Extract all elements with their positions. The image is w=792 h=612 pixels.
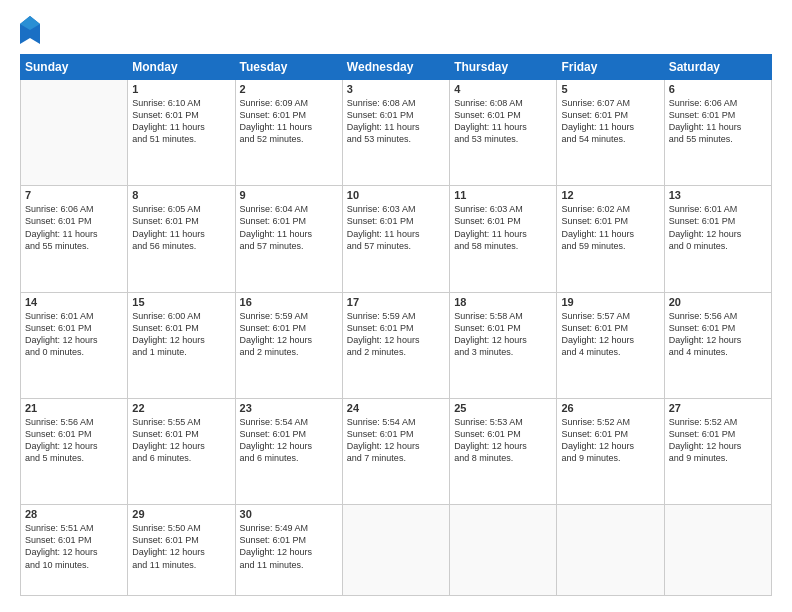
day-number: 8 (132, 189, 230, 201)
calendar-header-friday: Friday (557, 55, 664, 80)
day-number: 14 (25, 296, 123, 308)
day-info: Sunrise: 6:05 AM Sunset: 6:01 PM Dayligh… (132, 203, 230, 252)
day-number: 6 (669, 83, 767, 95)
calendar-cell: 10Sunrise: 6:03 AM Sunset: 6:01 PM Dayli… (342, 186, 449, 292)
calendar-cell: 28Sunrise: 5:51 AM Sunset: 6:01 PM Dayli… (21, 505, 128, 596)
day-number: 5 (561, 83, 659, 95)
day-info: Sunrise: 5:59 AM Sunset: 6:01 PM Dayligh… (347, 310, 445, 359)
calendar-cell: 20Sunrise: 5:56 AM Sunset: 6:01 PM Dayli… (664, 292, 771, 398)
day-number: 11 (454, 189, 552, 201)
calendar-header-row: SundayMondayTuesdayWednesdayThursdayFrid… (21, 55, 772, 80)
day-number: 2 (240, 83, 338, 95)
day-info: Sunrise: 6:08 AM Sunset: 6:01 PM Dayligh… (347, 97, 445, 146)
day-number: 17 (347, 296, 445, 308)
logo-icon (20, 16, 40, 44)
day-info: Sunrise: 6:03 AM Sunset: 6:01 PM Dayligh… (454, 203, 552, 252)
calendar-cell: 12Sunrise: 6:02 AM Sunset: 6:01 PM Dayli… (557, 186, 664, 292)
day-number: 18 (454, 296, 552, 308)
calendar-cell: 15Sunrise: 6:00 AM Sunset: 6:01 PM Dayli… (128, 292, 235, 398)
calendar-cell: 4Sunrise: 6:08 AM Sunset: 6:01 PM Daylig… (450, 80, 557, 186)
day-info: Sunrise: 5:49 AM Sunset: 6:01 PM Dayligh… (240, 522, 338, 571)
calendar-cell: 18Sunrise: 5:58 AM Sunset: 6:01 PM Dayli… (450, 292, 557, 398)
calendar-cell: 11Sunrise: 6:03 AM Sunset: 6:01 PM Dayli… (450, 186, 557, 292)
calendar-week-0: 1Sunrise: 6:10 AM Sunset: 6:01 PM Daylig… (21, 80, 772, 186)
calendar-week-3: 21Sunrise: 5:56 AM Sunset: 6:01 PM Dayli… (21, 398, 772, 504)
calendar-cell: 22Sunrise: 5:55 AM Sunset: 6:01 PM Dayli… (128, 398, 235, 504)
calendar-cell (342, 505, 449, 596)
calendar-header-monday: Monday (128, 55, 235, 80)
calendar-cell: 1Sunrise: 6:10 AM Sunset: 6:01 PM Daylig… (128, 80, 235, 186)
day-info: Sunrise: 5:56 AM Sunset: 6:01 PM Dayligh… (669, 310, 767, 359)
day-info: Sunrise: 6:06 AM Sunset: 6:01 PM Dayligh… (25, 203, 123, 252)
calendar-cell: 16Sunrise: 5:59 AM Sunset: 6:01 PM Dayli… (235, 292, 342, 398)
calendar-table: SundayMondayTuesdayWednesdayThursdayFrid… (20, 54, 772, 596)
day-number: 16 (240, 296, 338, 308)
calendar-week-1: 7Sunrise: 6:06 AM Sunset: 6:01 PM Daylig… (21, 186, 772, 292)
calendar-cell: 21Sunrise: 5:56 AM Sunset: 6:01 PM Dayli… (21, 398, 128, 504)
calendar-cell: 6Sunrise: 6:06 AM Sunset: 6:01 PM Daylig… (664, 80, 771, 186)
calendar-cell: 9Sunrise: 6:04 AM Sunset: 6:01 PM Daylig… (235, 186, 342, 292)
day-info: Sunrise: 6:04 AM Sunset: 6:01 PM Dayligh… (240, 203, 338, 252)
calendar-cell: 30Sunrise: 5:49 AM Sunset: 6:01 PM Dayli… (235, 505, 342, 596)
calendar-cell (21, 80, 128, 186)
calendar-cell: 14Sunrise: 6:01 AM Sunset: 6:01 PM Dayli… (21, 292, 128, 398)
day-info: Sunrise: 5:52 AM Sunset: 6:01 PM Dayligh… (561, 416, 659, 465)
day-info: Sunrise: 5:52 AM Sunset: 6:01 PM Dayligh… (669, 416, 767, 465)
day-number: 3 (347, 83, 445, 95)
day-info: Sunrise: 5:51 AM Sunset: 6:01 PM Dayligh… (25, 522, 123, 571)
day-info: Sunrise: 5:54 AM Sunset: 6:01 PM Dayligh… (347, 416, 445, 465)
day-number: 25 (454, 402, 552, 414)
day-info: Sunrise: 6:08 AM Sunset: 6:01 PM Dayligh… (454, 97, 552, 146)
calendar-cell: 19Sunrise: 5:57 AM Sunset: 6:01 PM Dayli… (557, 292, 664, 398)
day-number: 24 (347, 402, 445, 414)
day-number: 27 (669, 402, 767, 414)
calendar-cell: 24Sunrise: 5:54 AM Sunset: 6:01 PM Dayli… (342, 398, 449, 504)
day-number: 1 (132, 83, 230, 95)
calendar-cell (664, 505, 771, 596)
calendar-cell: 13Sunrise: 6:01 AM Sunset: 6:01 PM Dayli… (664, 186, 771, 292)
day-info: Sunrise: 5:58 AM Sunset: 6:01 PM Dayligh… (454, 310, 552, 359)
calendar-week-2: 14Sunrise: 6:01 AM Sunset: 6:01 PM Dayli… (21, 292, 772, 398)
header (20, 16, 772, 44)
day-info: Sunrise: 6:03 AM Sunset: 6:01 PM Dayligh… (347, 203, 445, 252)
logo (20, 16, 44, 44)
day-info: Sunrise: 5:56 AM Sunset: 6:01 PM Dayligh… (25, 416, 123, 465)
calendar-cell: 3Sunrise: 6:08 AM Sunset: 6:01 PM Daylig… (342, 80, 449, 186)
day-number: 30 (240, 508, 338, 520)
calendar-cell: 23Sunrise: 5:54 AM Sunset: 6:01 PM Dayli… (235, 398, 342, 504)
day-number: 22 (132, 402, 230, 414)
day-number: 12 (561, 189, 659, 201)
day-info: Sunrise: 6:10 AM Sunset: 6:01 PM Dayligh… (132, 97, 230, 146)
calendar-header-thursday: Thursday (450, 55, 557, 80)
day-info: Sunrise: 5:50 AM Sunset: 6:01 PM Dayligh… (132, 522, 230, 571)
calendar-cell: 27Sunrise: 5:52 AM Sunset: 6:01 PM Dayli… (664, 398, 771, 504)
day-info: Sunrise: 6:01 AM Sunset: 6:01 PM Dayligh… (25, 310, 123, 359)
calendar-header-wednesday: Wednesday (342, 55, 449, 80)
day-number: 28 (25, 508, 123, 520)
day-number: 26 (561, 402, 659, 414)
page: SundayMondayTuesdayWednesdayThursdayFrid… (0, 0, 792, 612)
calendar-cell (450, 505, 557, 596)
day-info: Sunrise: 5:54 AM Sunset: 6:01 PM Dayligh… (240, 416, 338, 465)
day-info: Sunrise: 5:53 AM Sunset: 6:01 PM Dayligh… (454, 416, 552, 465)
calendar-cell: 2Sunrise: 6:09 AM Sunset: 6:01 PM Daylig… (235, 80, 342, 186)
calendar-header-sunday: Sunday (21, 55, 128, 80)
day-info: Sunrise: 6:02 AM Sunset: 6:01 PM Dayligh… (561, 203, 659, 252)
day-info: Sunrise: 6:00 AM Sunset: 6:01 PM Dayligh… (132, 310, 230, 359)
day-info: Sunrise: 6:01 AM Sunset: 6:01 PM Dayligh… (669, 203, 767, 252)
day-info: Sunrise: 6:07 AM Sunset: 6:01 PM Dayligh… (561, 97, 659, 146)
calendar-week-4: 28Sunrise: 5:51 AM Sunset: 6:01 PM Dayli… (21, 505, 772, 596)
day-info: Sunrise: 5:59 AM Sunset: 6:01 PM Dayligh… (240, 310, 338, 359)
day-number: 4 (454, 83, 552, 95)
calendar-cell (557, 505, 664, 596)
day-number: 19 (561, 296, 659, 308)
calendar-cell: 8Sunrise: 6:05 AM Sunset: 6:01 PM Daylig… (128, 186, 235, 292)
calendar-cell: 25Sunrise: 5:53 AM Sunset: 6:01 PM Dayli… (450, 398, 557, 504)
calendar-header-tuesday: Tuesday (235, 55, 342, 80)
calendar-cell: 5Sunrise: 6:07 AM Sunset: 6:01 PM Daylig… (557, 80, 664, 186)
calendar-header-saturday: Saturday (664, 55, 771, 80)
day-number: 9 (240, 189, 338, 201)
calendar-cell: 17Sunrise: 5:59 AM Sunset: 6:01 PM Dayli… (342, 292, 449, 398)
calendar-cell: 29Sunrise: 5:50 AM Sunset: 6:01 PM Dayli… (128, 505, 235, 596)
day-number: 21 (25, 402, 123, 414)
